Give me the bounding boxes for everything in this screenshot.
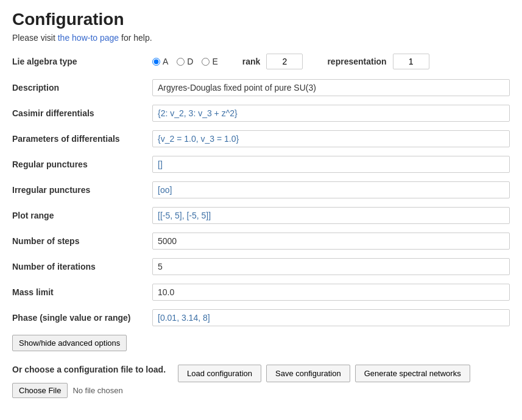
form-fields: DescriptionCasimir differentialsParamete… — [12, 79, 510, 326]
field-row-4: Irregular punctures — [12, 181, 510, 198]
bottom-row: Or choose a configuration file to load. … — [12, 365, 510, 398]
field-row-1: Casimir differentials — [12, 105, 510, 122]
choose-file-button[interactable]: Choose File — [12, 383, 68, 398]
field-label-9: Phase (single value or range) — [12, 313, 152, 323]
or-choose-label: Or choose a configuration file to load. — [12, 365, 166, 374]
field-input-5[interactable] — [152, 207, 510, 224]
no-file-text: No file chosen — [72, 386, 122, 395]
field-label-0: Description — [12, 83, 152, 93]
choose-file-row: Choose File No file chosen — [12, 383, 166, 398]
field-input-0[interactable] — [152, 79, 510, 96]
rank-label: rank — [242, 57, 261, 66]
field-row-3: Regular punctures — [12, 156, 510, 173]
lie-algebra-row: Lie algebra type A D E rank representati… — [12, 54, 510, 69]
lie-algebra-options: A D E — [152, 57, 218, 66]
field-input-1[interactable] — [152, 105, 510, 122]
field-label-6: Number of steps — [12, 236, 152, 246]
advanced-options-button[interactable]: Show/hide advanced options — [12, 335, 127, 351]
option-D[interactable]: D — [177, 57, 193, 66]
config-action-buttons: Load configuration Save configuration Ge… — [178, 365, 470, 382]
config-file-section: Or choose a configuration file to load. … — [12, 365, 166, 398]
option-A[interactable]: A — [152, 57, 168, 66]
radio-D[interactable] — [177, 58, 185, 66]
generate-button[interactable]: Generate spectral networks — [355, 365, 470, 382]
field-label-8: Mass limit — [12, 287, 152, 297]
field-row-2: Parameters of differentials — [12, 130, 510, 147]
field-row-7: Number of iterations — [12, 258, 510, 275]
page-title: Configuration — [12, 10, 510, 29]
lie-algebra-label: Lie algebra type — [12, 57, 152, 66]
field-row-9: Phase (single value or range) — [12, 309, 510, 326]
representation-section: representation — [327, 54, 429, 69]
radio-A[interactable] — [152, 58, 160, 66]
field-input-6[interactable] — [152, 233, 510, 250]
representation-input[interactable] — [393, 54, 429, 69]
field-label-7: Number of iterations — [12, 262, 152, 271]
option-E[interactable]: E — [202, 57, 217, 66]
field-row-8: Mass limit — [12, 284, 510, 301]
field-input-4[interactable] — [152, 181, 510, 198]
field-row-6: Number of steps — [12, 233, 510, 250]
rank-input[interactable] — [266, 54, 303, 69]
save-config-button[interactable]: Save configuration — [266, 365, 350, 382]
field-label-3: Regular punctures — [12, 159, 152, 169]
field-label-5: Plot range — [12, 211, 152, 220]
rank-section: rank — [242, 54, 303, 69]
field-input-7[interactable] — [152, 258, 510, 275]
field-label-1: Casimir differentials — [12, 108, 152, 118]
representation-label: representation — [327, 57, 386, 66]
subtitle: Please visit the how-to page for help. — [12, 33, 510, 43]
field-label-4: Irregular punctures — [12, 185, 152, 195]
load-config-button[interactable]: Load configuration — [178, 365, 261, 382]
subtitle-text: Please visit — [12, 33, 58, 43]
field-input-3[interactable] — [152, 156, 510, 173]
field-row-0: Description — [12, 79, 510, 96]
subtitle-suffix: for help. — [121, 33, 152, 43]
bottom-section: Show/hide advanced options Or choose a c… — [12, 335, 510, 398]
field-input-9[interactable] — [152, 309, 510, 326]
field-input-2[interactable] — [152, 130, 510, 147]
how-to-link[interactable]: the how-to page — [58, 33, 119, 43]
radio-E[interactable] — [202, 58, 210, 66]
field-label-2: Parameters of differentials — [12, 134, 152, 144]
field-row-5: Plot range — [12, 207, 510, 224]
field-input-8[interactable] — [152, 284, 510, 301]
